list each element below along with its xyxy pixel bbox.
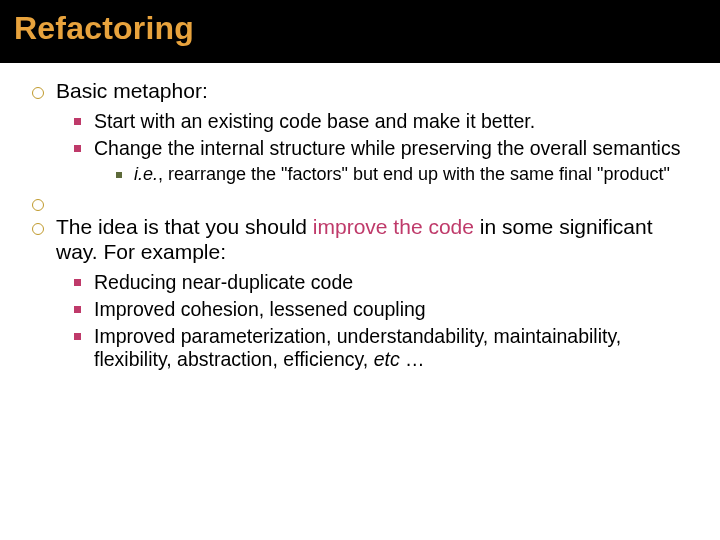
sub-bullet: Improved cohesion, lessened coupling bbox=[74, 298, 690, 321]
title-bar: Refactoring bbox=[0, 0, 720, 63]
bullet-text: Reducing near-duplicate code bbox=[94, 271, 353, 293]
bullet-list-level2: Start with an existing code base and mak… bbox=[74, 110, 690, 185]
bullet-list-level2: Reducing near-duplicate code Improved co… bbox=[74, 271, 690, 371]
slide-body: Basic metaphor: Start with an existing c… bbox=[0, 63, 720, 371]
bullet-text: Improved cohesion, lessened coupling bbox=[94, 298, 426, 320]
bullet-text: , rearrange the "factors" but end up wit… bbox=[158, 164, 670, 184]
bullet-text-italic: i.e. bbox=[134, 164, 158, 184]
sub-bullet: Change the internal structure while pres… bbox=[74, 137, 690, 185]
bullet-text: Change the internal structure while pres… bbox=[94, 137, 680, 159]
sub-bullet: Reducing near-duplicate code bbox=[74, 271, 690, 294]
sub-bullet: Improved parameterization, understandabi… bbox=[74, 325, 690, 371]
bullet-text: Basic metaphor: bbox=[56, 79, 208, 102]
slide-title: Refactoring bbox=[14, 10, 706, 47]
bullet-improve-code: The idea is that you should improve the … bbox=[32, 215, 690, 371]
bullet-list-level3: i.e., rearrange the "factors" but end up… bbox=[116, 164, 690, 185]
bullet-text-pre: Improved parameterization, understandabi… bbox=[94, 325, 621, 370]
bullet-text-accent: improve the code bbox=[313, 215, 474, 238]
sub-bullet: Start with an existing code base and mak… bbox=[74, 110, 690, 133]
bullet-basic-metaphor: Basic metaphor: Start with an existing c… bbox=[32, 79, 690, 185]
bullet-text-pre: The idea is that you should bbox=[56, 215, 313, 238]
bullet-text-post: … bbox=[400, 348, 425, 370]
bullet-text: Start with an existing code base and mak… bbox=[94, 110, 535, 132]
spacer bbox=[32, 191, 690, 209]
sub-sub-bullet: i.e., rearrange the "factors" but end up… bbox=[116, 164, 690, 185]
bullet-text-italic: etc bbox=[374, 348, 400, 370]
bullet-list-level1: Basic metaphor: Start with an existing c… bbox=[32, 79, 690, 371]
slide: Refactoring Basic metaphor: Start with a… bbox=[0, 0, 720, 540]
